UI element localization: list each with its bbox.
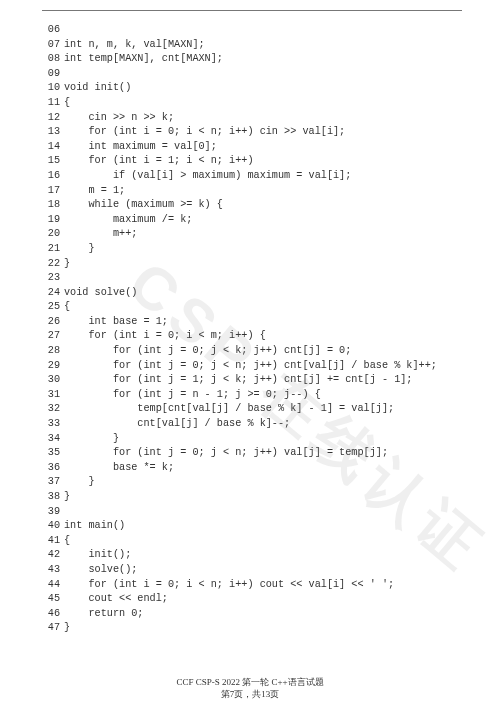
line-text: for (int j = 0; j < n; j++) cnt[val[j] /… <box>64 360 437 371</box>
line-text: for (int j = 1; j < k; j++) cnt[j] += cn… <box>64 374 412 385</box>
line-number: 39 <box>42 505 60 520</box>
line-text: temp[cnt[val[j] / base % k] - 1] = val[j… <box>64 403 394 414</box>
line-text: cin >> n >> k; <box>64 112 174 123</box>
code-line: 27 for (int i = 0; i < m; i++) { <box>42 329 462 344</box>
line-text: int main() <box>64 520 125 531</box>
line-number: 18 <box>42 198 60 213</box>
line-text: maximum /= k; <box>64 214 192 225</box>
line-number: 21 <box>42 242 60 257</box>
code-line: 20 m++; <box>42 227 462 242</box>
code-line: 13 for (int i = 0; i < n; i++) cin >> va… <box>42 125 462 140</box>
line-text: } <box>64 433 119 444</box>
code-line: 28 for (int j = 0; j < k; j++) cnt[j] = … <box>42 344 462 359</box>
code-line: 11{ <box>42 96 462 111</box>
line-text: { <box>64 301 70 312</box>
line-number: 30 <box>42 373 60 388</box>
code-line: 09 <box>42 67 462 82</box>
line-number: 07 <box>42 38 60 53</box>
line-number: 27 <box>42 329 60 344</box>
line-text: } <box>64 476 95 487</box>
line-number: 22 <box>42 257 60 272</box>
line-number: 43 <box>42 563 60 578</box>
line-number: 19 <box>42 213 60 228</box>
code-line: 42 init(); <box>42 548 462 563</box>
code-line: 29 for (int j = 0; j < n; j++) cnt[val[j… <box>42 359 462 374</box>
line-number: 44 <box>42 578 60 593</box>
page: CSP 在线认证 0607int n, m, k, val[MAXN];08in… <box>0 0 500 710</box>
line-number: 08 <box>42 52 60 67</box>
line-text: void solve() <box>64 287 137 298</box>
code-line: 18 while (maximum >= k) { <box>42 198 462 213</box>
code-line: 43 solve(); <box>42 563 462 578</box>
line-number: 09 <box>42 67 60 82</box>
line-number: 16 <box>42 169 60 184</box>
line-text: m++; <box>64 228 137 239</box>
line-number: 12 <box>42 111 60 126</box>
code-line: 08int temp[MAXN], cnt[MAXN]; <box>42 52 462 67</box>
line-number: 40 <box>42 519 60 534</box>
line-number: 25 <box>42 300 60 315</box>
line-text: m = 1; <box>64 185 125 196</box>
code-line: 25{ <box>42 300 462 315</box>
line-text: } <box>64 258 70 269</box>
line-number: 32 <box>42 402 60 417</box>
top-rule <box>42 10 462 11</box>
line-text: int maximum = val[0]; <box>64 141 217 152</box>
line-number: 38 <box>42 490 60 505</box>
line-number: 11 <box>42 96 60 111</box>
line-number: 15 <box>42 154 60 169</box>
line-number: 34 <box>42 432 60 447</box>
code-line: 47} <box>42 621 462 636</box>
code-line: 23 <box>42 271 462 286</box>
code-line: 31 for (int j = n - 1; j >= 0; j--) { <box>42 388 462 403</box>
line-text: for (int j = 0; j < n; j++) val[j] = tem… <box>64 447 388 458</box>
code-line: 45 cout << endl; <box>42 592 462 607</box>
line-text: if (val[i] > maximum) maximum = val[i]; <box>64 170 351 181</box>
code-line: 10void init() <box>42 81 462 96</box>
line-text: for (int j = n - 1; j >= 0; j--) { <box>64 389 321 400</box>
line-number: 37 <box>42 475 60 490</box>
line-text: solve(); <box>64 564 137 575</box>
line-text: for (int i = 1; i < n; i++) <box>64 155 254 166</box>
code-line: 39 <box>42 505 462 520</box>
code-line: 24void solve() <box>42 286 462 301</box>
line-text: } <box>64 243 95 254</box>
code-line: 41{ <box>42 534 462 549</box>
line-number: 29 <box>42 359 60 374</box>
line-number: 24 <box>42 286 60 301</box>
code-line: 26 int base = 1; <box>42 315 462 330</box>
code-line: 21 } <box>42 242 462 257</box>
line-text: } <box>64 491 70 502</box>
line-number: 28 <box>42 344 60 359</box>
line-number: 33 <box>42 417 60 432</box>
line-text: int base = 1; <box>64 316 168 327</box>
line-text: } <box>64 622 70 633</box>
line-number: 20 <box>42 227 60 242</box>
line-number: 45 <box>42 592 60 607</box>
line-text: init(); <box>64 549 131 560</box>
code-line: 06 <box>42 23 462 38</box>
line-number: 13 <box>42 125 60 140</box>
code-line: 07int n, m, k, val[MAXN]; <box>42 38 462 53</box>
code-line: 16 if (val[i] > maximum) maximum = val[i… <box>42 169 462 184</box>
line-text: for (int i = 0; i < n; i++) cout << val[… <box>64 579 394 590</box>
code-line: 30 for (int j = 1; j < k; j++) cnt[j] +=… <box>42 373 462 388</box>
code-line: 35 for (int j = 0; j < n; j++) val[j] = … <box>42 446 462 461</box>
code-line: 40int main() <box>42 519 462 534</box>
code-line: 36 base *= k; <box>42 461 462 476</box>
line-text: { <box>64 535 70 546</box>
line-number: 42 <box>42 548 60 563</box>
line-number: 26 <box>42 315 60 330</box>
line-number: 10 <box>42 81 60 96</box>
footer-title: CCF CSP-S 2022 第一轮 C++语言试题 <box>0 676 500 688</box>
line-text: { <box>64 97 70 108</box>
line-number: 17 <box>42 184 60 199</box>
line-text: base *= k; <box>64 462 174 473</box>
line-text: int n, m, k, val[MAXN]; <box>64 39 205 50</box>
code-line: 44 for (int i = 0; i < n; i++) cout << v… <box>42 578 462 593</box>
code-line: 38} <box>42 490 462 505</box>
line-number: 23 <box>42 271 60 286</box>
line-number: 14 <box>42 140 60 155</box>
line-text: for (int j = 0; j < k; j++) cnt[j] = 0; <box>64 345 351 356</box>
line-number: 06 <box>42 23 60 38</box>
